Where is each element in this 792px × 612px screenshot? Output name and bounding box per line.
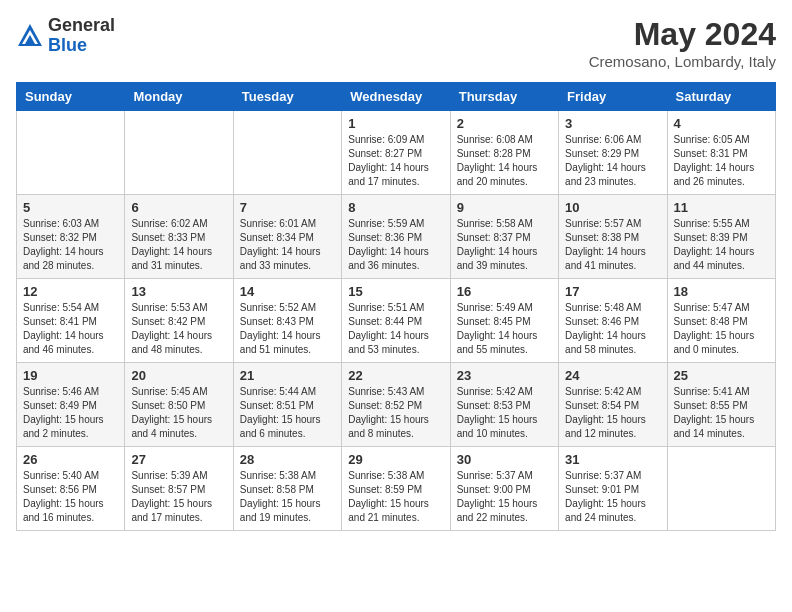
- calendar-day-cell: 18Sunrise: 5:47 AM Sunset: 8:48 PM Dayli…: [667, 279, 775, 363]
- day-number: 10: [565, 200, 660, 215]
- calendar-day-cell: 6Sunrise: 6:02 AM Sunset: 8:33 PM Daylig…: [125, 195, 233, 279]
- title-block: May 2024 Cremosano, Lombardy, Italy: [589, 16, 776, 70]
- calendar-day-cell: 14Sunrise: 5:52 AM Sunset: 8:43 PM Dayli…: [233, 279, 341, 363]
- day-info: Sunrise: 5:38 AM Sunset: 8:58 PM Dayligh…: [240, 469, 335, 525]
- day-number: 7: [240, 200, 335, 215]
- calendar-day-cell: 8Sunrise: 5:59 AM Sunset: 8:36 PM Daylig…: [342, 195, 450, 279]
- calendar-table: SundayMondayTuesdayWednesdayThursdayFrid…: [16, 82, 776, 531]
- day-number: 13: [131, 284, 226, 299]
- weekday-header: Wednesday: [342, 83, 450, 111]
- calendar-day-cell: 23Sunrise: 5:42 AM Sunset: 8:53 PM Dayli…: [450, 363, 558, 447]
- calendar-day-cell: 20Sunrise: 5:45 AM Sunset: 8:50 PM Dayli…: [125, 363, 233, 447]
- day-number: 2: [457, 116, 552, 131]
- day-number: 29: [348, 452, 443, 467]
- weekday-header: Sunday: [17, 83, 125, 111]
- calendar-day-cell: 12Sunrise: 5:54 AM Sunset: 8:41 PM Dayli…: [17, 279, 125, 363]
- day-info: Sunrise: 5:46 AM Sunset: 8:49 PM Dayligh…: [23, 385, 118, 441]
- weekday-header: Saturday: [667, 83, 775, 111]
- calendar-week-row: 12Sunrise: 5:54 AM Sunset: 8:41 PM Dayli…: [17, 279, 776, 363]
- day-number: 9: [457, 200, 552, 215]
- day-info: Sunrise: 5:37 AM Sunset: 9:00 PM Dayligh…: [457, 469, 552, 525]
- day-info: Sunrise: 5:45 AM Sunset: 8:50 PM Dayligh…: [131, 385, 226, 441]
- weekday-header: Thursday: [450, 83, 558, 111]
- calendar-day-cell: 13Sunrise: 5:53 AM Sunset: 8:42 PM Dayli…: [125, 279, 233, 363]
- calendar-day-cell: 10Sunrise: 5:57 AM Sunset: 8:38 PM Dayli…: [559, 195, 667, 279]
- day-number: 19: [23, 368, 118, 383]
- logo-icon: [16, 22, 44, 50]
- day-number: 5: [23, 200, 118, 215]
- day-info: Sunrise: 6:02 AM Sunset: 8:33 PM Dayligh…: [131, 217, 226, 273]
- calendar-day-cell: 5Sunrise: 6:03 AM Sunset: 8:32 PM Daylig…: [17, 195, 125, 279]
- day-number: 28: [240, 452, 335, 467]
- calendar-week-row: 26Sunrise: 5:40 AM Sunset: 8:56 PM Dayli…: [17, 447, 776, 531]
- day-info: Sunrise: 6:01 AM Sunset: 8:34 PM Dayligh…: [240, 217, 335, 273]
- calendar-day-cell: 29Sunrise: 5:38 AM Sunset: 8:59 PM Dayli…: [342, 447, 450, 531]
- day-info: Sunrise: 5:38 AM Sunset: 8:59 PM Dayligh…: [348, 469, 443, 525]
- day-info: Sunrise: 5:40 AM Sunset: 8:56 PM Dayligh…: [23, 469, 118, 525]
- day-number: 21: [240, 368, 335, 383]
- day-number: 24: [565, 368, 660, 383]
- calendar-day-cell: 26Sunrise: 5:40 AM Sunset: 8:56 PM Dayli…: [17, 447, 125, 531]
- day-info: Sunrise: 5:44 AM Sunset: 8:51 PM Dayligh…: [240, 385, 335, 441]
- day-info: Sunrise: 5:37 AM Sunset: 9:01 PM Dayligh…: [565, 469, 660, 525]
- logo: General Blue: [16, 16, 115, 56]
- calendar-day-cell: 1Sunrise: 6:09 AM Sunset: 8:27 PM Daylig…: [342, 111, 450, 195]
- day-info: Sunrise: 5:42 AM Sunset: 8:53 PM Dayligh…: [457, 385, 552, 441]
- weekday-header: Friday: [559, 83, 667, 111]
- calendar-day-cell: 28Sunrise: 5:38 AM Sunset: 8:58 PM Dayli…: [233, 447, 341, 531]
- day-info: Sunrise: 6:03 AM Sunset: 8:32 PM Dayligh…: [23, 217, 118, 273]
- calendar-day-cell: 30Sunrise: 5:37 AM Sunset: 9:00 PM Dayli…: [450, 447, 558, 531]
- day-number: 6: [131, 200, 226, 215]
- day-info: Sunrise: 5:53 AM Sunset: 8:42 PM Dayligh…: [131, 301, 226, 357]
- logo-blue: Blue: [48, 35, 87, 55]
- calendar-day-cell: 22Sunrise: 5:43 AM Sunset: 8:52 PM Dayli…: [342, 363, 450, 447]
- weekday-header: Tuesday: [233, 83, 341, 111]
- calendar-day-cell: 9Sunrise: 5:58 AM Sunset: 8:37 PM Daylig…: [450, 195, 558, 279]
- day-number: 27: [131, 452, 226, 467]
- day-info: Sunrise: 5:51 AM Sunset: 8:44 PM Dayligh…: [348, 301, 443, 357]
- calendar-day-cell: [125, 111, 233, 195]
- day-number: 16: [457, 284, 552, 299]
- day-info: Sunrise: 5:39 AM Sunset: 8:57 PM Dayligh…: [131, 469, 226, 525]
- day-info: Sunrise: 5:41 AM Sunset: 8:55 PM Dayligh…: [674, 385, 769, 441]
- day-info: Sunrise: 5:42 AM Sunset: 8:54 PM Dayligh…: [565, 385, 660, 441]
- calendar-week-row: 1Sunrise: 6:09 AM Sunset: 8:27 PM Daylig…: [17, 111, 776, 195]
- day-info: Sunrise: 5:58 AM Sunset: 8:37 PM Dayligh…: [457, 217, 552, 273]
- logo-text: General Blue: [48, 16, 115, 56]
- day-info: Sunrise: 5:52 AM Sunset: 8:43 PM Dayligh…: [240, 301, 335, 357]
- day-info: Sunrise: 6:08 AM Sunset: 8:28 PM Dayligh…: [457, 133, 552, 189]
- calendar-day-cell: 11Sunrise: 5:55 AM Sunset: 8:39 PM Dayli…: [667, 195, 775, 279]
- calendar-header-row: SundayMondayTuesdayWednesdayThursdayFrid…: [17, 83, 776, 111]
- day-info: Sunrise: 5:43 AM Sunset: 8:52 PM Dayligh…: [348, 385, 443, 441]
- weekday-header: Monday: [125, 83, 233, 111]
- day-number: 30: [457, 452, 552, 467]
- page-header: General Blue May 2024 Cremosano, Lombard…: [16, 16, 776, 70]
- day-number: 23: [457, 368, 552, 383]
- calendar-day-cell: 19Sunrise: 5:46 AM Sunset: 8:49 PM Dayli…: [17, 363, 125, 447]
- day-number: 31: [565, 452, 660, 467]
- calendar-day-cell: 21Sunrise: 5:44 AM Sunset: 8:51 PM Dayli…: [233, 363, 341, 447]
- day-number: 26: [23, 452, 118, 467]
- logo-general: General: [48, 15, 115, 35]
- day-number: 11: [674, 200, 769, 215]
- day-number: 14: [240, 284, 335, 299]
- day-info: Sunrise: 5:48 AM Sunset: 8:46 PM Dayligh…: [565, 301, 660, 357]
- day-info: Sunrise: 5:57 AM Sunset: 8:38 PM Dayligh…: [565, 217, 660, 273]
- calendar-week-row: 19Sunrise: 5:46 AM Sunset: 8:49 PM Dayli…: [17, 363, 776, 447]
- day-number: 3: [565, 116, 660, 131]
- calendar-day-cell: 4Sunrise: 6:05 AM Sunset: 8:31 PM Daylig…: [667, 111, 775, 195]
- calendar-day-cell: 16Sunrise: 5:49 AM Sunset: 8:45 PM Dayli…: [450, 279, 558, 363]
- day-info: Sunrise: 6:09 AM Sunset: 8:27 PM Dayligh…: [348, 133, 443, 189]
- calendar-day-cell: 24Sunrise: 5:42 AM Sunset: 8:54 PM Dayli…: [559, 363, 667, 447]
- day-number: 17: [565, 284, 660, 299]
- day-number: 20: [131, 368, 226, 383]
- day-info: Sunrise: 5:54 AM Sunset: 8:41 PM Dayligh…: [23, 301, 118, 357]
- calendar-week-row: 5Sunrise: 6:03 AM Sunset: 8:32 PM Daylig…: [17, 195, 776, 279]
- calendar-day-cell: 3Sunrise: 6:06 AM Sunset: 8:29 PM Daylig…: [559, 111, 667, 195]
- day-info: Sunrise: 6:05 AM Sunset: 8:31 PM Dayligh…: [674, 133, 769, 189]
- day-number: 12: [23, 284, 118, 299]
- month-title: May 2024: [589, 16, 776, 53]
- day-info: Sunrise: 5:59 AM Sunset: 8:36 PM Dayligh…: [348, 217, 443, 273]
- calendar-day-cell: 15Sunrise: 5:51 AM Sunset: 8:44 PM Dayli…: [342, 279, 450, 363]
- day-number: 4: [674, 116, 769, 131]
